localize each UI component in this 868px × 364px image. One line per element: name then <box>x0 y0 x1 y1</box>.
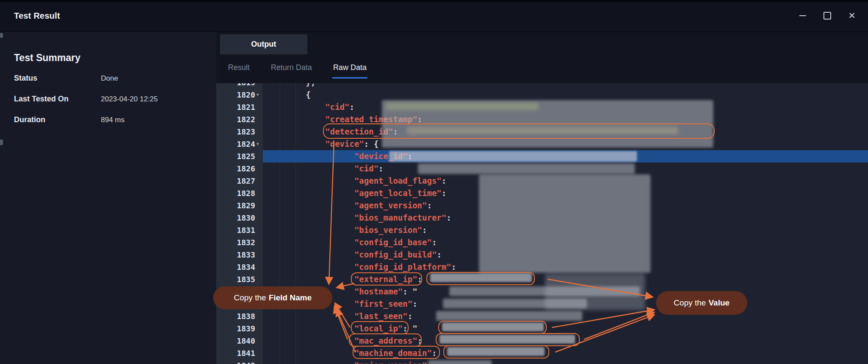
redacted-value <box>479 174 651 273</box>
code-text: "major_version": <box>267 359 437 364</box>
maximize-button[interactable] <box>818 6 837 25</box>
code-line-1835[interactable]: 1835 "external_ip": <box>216 273 868 286</box>
code-text: "bios_manufacturer": <box>267 212 456 224</box>
edge-artifact <box>0 140 3 145</box>
tab-raw-data[interactable]: Raw Data <box>332 59 367 78</box>
line-number: 1823 <box>216 126 255 138</box>
callout-emphasis: Value <box>709 298 730 308</box>
code-text: "cid": <box>267 101 359 113</box>
redacted-value <box>389 151 637 162</box>
summary-row: Last Tested On2023-04-20 12:25 <box>0 95 216 115</box>
mac-address-value-highlight <box>436 333 580 346</box>
machine-domain-value-highlight <box>443 345 549 358</box>
output-subtabs: ResultReturn DataRaw Data <box>216 54 367 83</box>
tab-result[interactable]: Result <box>227 59 250 78</box>
minimize-icon <box>799 15 806 16</box>
output-panel: Output ResultReturn DataRaw Data 1819 },… <box>216 31 868 364</box>
minimize-button[interactable] <box>793 6 812 25</box>
tab-output-label: Output <box>251 40 276 49</box>
summary-label: Last Tested On <box>14 95 69 104</box>
line-number: 1832 <box>216 236 255 249</box>
code-text: { <box>267 89 311 101</box>
line-number: 1838 <box>216 310 255 322</box>
redacted-value <box>436 311 582 321</box>
code-text: "config_id_platform": <box>267 261 461 273</box>
edge-artifact <box>0 33 3 38</box>
line-number: 1840 <box>216 335 255 347</box>
test-summary-panel: Test Summary StatusDoneLast Tested On202… <box>0 31 216 364</box>
copy-field-name-callout: Copy theField Name <box>213 286 332 309</box>
window-title: Test Result <box>14 0 60 31</box>
titlebar: Test Result ✕ <box>0 0 868 32</box>
code-text: "last_seen": <box>267 310 417 322</box>
code-text: "bios_version": <box>267 224 432 236</box>
callout-emphasis: Field Name <box>269 293 312 302</box>
external-ip-value-highlight <box>426 272 535 285</box>
code-text: "agent_version": <box>267 199 437 212</box>
code-text: "device": { <box>267 138 378 150</box>
summary-value: 894 ms <box>101 116 125 124</box>
code-line-1842[interactable]: 1842 "major_version": <box>216 359 868 364</box>
fold-arrow-icon[interactable]: ▾ <box>256 89 262 101</box>
callout-text: Copy the <box>674 298 706 308</box>
mac-address-key-highlight <box>349 333 422 347</box>
code-text: "config_id_build": <box>267 249 446 261</box>
line-number: 1822 <box>216 113 255 126</box>
code-text: "config_id_base": <box>267 236 442 249</box>
line-number: 1834 <box>216 261 255 273</box>
redacted-value <box>449 286 640 296</box>
summary-heading: Test Summary <box>14 52 81 64</box>
top-edge-strip <box>0 0 868 2</box>
maximize-icon <box>823 12 831 20</box>
summary-row: Duration894 ms <box>0 115 216 136</box>
line-number: 1826 <box>216 162 255 175</box>
fold-arrow-icon[interactable]: ▾ <box>256 138 262 150</box>
line-number: 1829 <box>216 199 255 212</box>
copy-value-callout: Copy theValue <box>656 291 747 315</box>
external-ip-key-highlight <box>351 272 422 286</box>
line-number: 1830 <box>216 212 255 224</box>
line-number: 1839 <box>216 322 255 335</box>
local-ip-value-highlight <box>438 321 547 334</box>
line-number: 1824 <box>216 138 255 150</box>
summary-rows: StatusDoneLast Tested On2023-04-20 12:25… <box>0 74 216 136</box>
machine-domain-key-highlight <box>353 346 440 359</box>
line-number: 1820 <box>216 89 255 101</box>
line-number: 1842 <box>216 359 255 364</box>
line-number: 1835 <box>216 273 255 286</box>
line-number: 1833 <box>216 249 255 261</box>
summary-row: StatusDone <box>0 74 216 95</box>
line-number: 1827 <box>216 175 255 187</box>
redacted-value <box>386 103 538 110</box>
summary-label: Status <box>14 74 37 83</box>
summary-value: 2023-04-20 12:25 <box>101 95 158 104</box>
code-line-1820[interactable]: 1820▾ { <box>216 89 868 101</box>
tab-return-data[interactable]: Return Data <box>270 59 313 78</box>
code-line-1819[interactable]: 1819 }, <box>216 83 868 89</box>
raw-data-code-editor[interactable]: 1819 },1820▾ {1821 "cid": 1822 "created_… <box>216 83 868 364</box>
code-text: "agent_load_flags": <box>267 175 451 187</box>
line-number: 1819 <box>216 83 255 89</box>
local-ip-key-highlight <box>351 321 409 334</box>
redacted-value <box>428 360 492 364</box>
close-button[interactable]: ✕ <box>843 6 861 25</box>
callout-text: Copy the <box>234 293 266 302</box>
close-icon: ✕ <box>848 11 856 20</box>
tab-output[interactable]: Output <box>220 34 307 54</box>
line-number: 1821 <box>216 101 255 113</box>
line-number: 1828 <box>216 187 255 199</box>
line-number: 1831 <box>216 224 255 236</box>
summary-value: Done <box>101 74 118 83</box>
code-text: "cid": <box>267 162 388 175</box>
redacted-value <box>418 163 635 174</box>
code-text: "agent_local_time": <box>267 187 451 199</box>
line-number: 1841 <box>216 347 255 359</box>
line-number: 1825 <box>216 150 255 162</box>
window-controls: ✕ <box>793 0 861 31</box>
detection-id-line-highlight <box>323 123 715 139</box>
summary-label: Duration <box>14 115 45 124</box>
code-text: }, <box>267 83 315 89</box>
redacted-value <box>443 299 587 308</box>
